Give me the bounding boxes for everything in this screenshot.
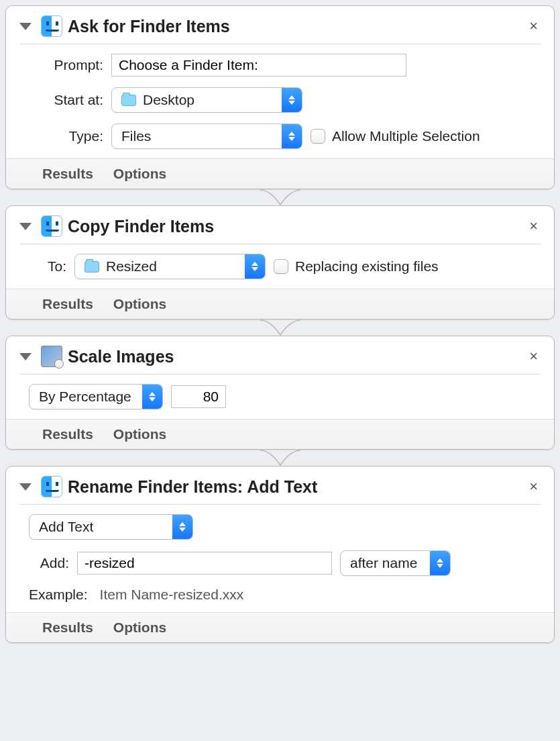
action-rename-finder-items: Rename Finder Items: Add Text × Add Text… — [5, 466, 555, 643]
results-button[interactable]: Results — [42, 296, 93, 312]
action-body: Prompt: Start at: Desktop Type: Files A — [19, 44, 541, 158]
scale-amount-input[interactable] — [171, 385, 226, 408]
action-copy-finder-items: Copy Finder Items × To: Resized Replacin… — [5, 205, 555, 319]
action-header: Scale Images × — [19, 343, 541, 375]
chevron-updown-icon — [245, 254, 265, 279]
replace-existing-label: Replacing existing files — [295, 258, 439, 275]
results-button[interactable]: Results — [42, 620, 93, 636]
rename-mode-value: Add Text — [39, 519, 93, 535]
finder-icon — [41, 476, 62, 497]
finder-icon — [41, 15, 62, 37]
action-scale-images: Scale Images × By Percentage Results Opt… — [5, 336, 555, 450]
to-folder-value: Resized — [106, 258, 157, 275]
close-icon[interactable]: × — [526, 346, 541, 366]
options-button[interactable]: Options — [113, 166, 166, 182]
action-title: Rename Finder Items: Add Text — [68, 477, 521, 497]
action-body: Add Text Add: after name Example: Item N… — [19, 505, 541, 612]
position-value: after name — [350, 555, 417, 571]
rename-mode-select[interactable]: Add Text — [29, 514, 193, 540]
type-label: Type: — [40, 128, 103, 144]
example-label: Example: — [29, 587, 88, 603]
example-value: Item Name-resized.xxx — [100, 587, 244, 603]
results-button[interactable]: Results — [42, 166, 93, 182]
action-ask-for-finder-items: Ask for Finder Items × Prompt: Start at:… — [5, 5, 555, 189]
scale-mode-value: By Percentage — [39, 389, 131, 405]
checkbox-box-icon — [274, 259, 288, 274]
action-footer: Results Options — [6, 612, 554, 642]
action-body: By Percentage — [19, 375, 541, 419]
add-label: Add: — [29, 555, 69, 571]
allow-multiple-checkbox[interactable]: Allow Multiple Selection — [311, 128, 480, 144]
chevron-updown-icon — [430, 551, 450, 575]
close-icon[interactable]: × — [526, 16, 541, 36]
options-button[interactable]: Options — [113, 296, 166, 312]
folder-icon — [85, 261, 99, 273]
connector — [5, 449, 555, 466]
action-header: Rename Finder Items: Add Text × — [19, 473, 541, 505]
connector — [5, 319, 555, 336]
close-icon[interactable]: × — [526, 216, 541, 236]
chevron-updown-icon — [282, 88, 302, 112]
action-title: Ask for Finder Items — [68, 17, 521, 36]
checkbox-box-icon — [311, 129, 325, 144]
automator-workflow: Ask for Finder Items × Prompt: Start at:… — [5, 5, 555, 643]
disclosure-triangle-icon[interactable] — [19, 483, 32, 491]
to-label: To: — [40, 258, 66, 275]
chevron-updown-icon — [282, 124, 302, 148]
finder-icon — [41, 215, 62, 237]
connector — [5, 189, 555, 206]
preview-app-icon — [41, 346, 62, 367]
action-header: Ask for Finder Items × — [19, 13, 541, 44]
action-title: Scale Images — [68, 347, 521, 366]
results-button[interactable]: Results — [42, 426, 93, 442]
disclosure-triangle-icon[interactable] — [19, 23, 32, 30]
type-value: Files — [121, 128, 151, 144]
disclosure-triangle-icon[interactable] — [19, 353, 32, 360]
type-select[interactable]: Files — [111, 124, 302, 149]
disclosure-triangle-icon[interactable] — [19, 223, 32, 230]
prompt-label: Prompt: — [40, 57, 103, 73]
options-button[interactable]: Options — [113, 620, 166, 636]
action-header: Copy Finder Items × — [19, 213, 541, 244]
close-icon[interactable]: × — [526, 477, 541, 497]
allow-multiple-label: Allow Multiple Selection — [332, 128, 480, 144]
chevron-updown-icon — [172, 515, 192, 539]
action-footer: Results Options — [6, 289, 554, 319]
to-folder-select[interactable]: Resized — [74, 254, 266, 279]
add-text-input[interactable] — [77, 552, 332, 575]
action-footer: Results Options — [6, 419, 554, 449]
action-footer: Results Options — [6, 158, 554, 189]
replace-existing-checkbox[interactable]: Replacing existing files — [274, 258, 439, 275]
start-at-label: Start at: — [40, 92, 103, 108]
position-select[interactable]: after name — [340, 550, 451, 576]
action-body: To: Resized Replacing existing files — [19, 244, 541, 289]
start-at-select[interactable]: Desktop — [111, 87, 302, 113]
folder-icon — [121, 95, 136, 106]
options-button[interactable]: Options — [113, 426, 166, 442]
start-at-value: Desktop — [143, 92, 194, 108]
chevron-updown-icon — [142, 385, 162, 409]
action-title: Copy Finder Items — [68, 217, 521, 236]
scale-mode-select[interactable]: By Percentage — [29, 384, 163, 409]
prompt-input[interactable] — [111, 54, 406, 77]
